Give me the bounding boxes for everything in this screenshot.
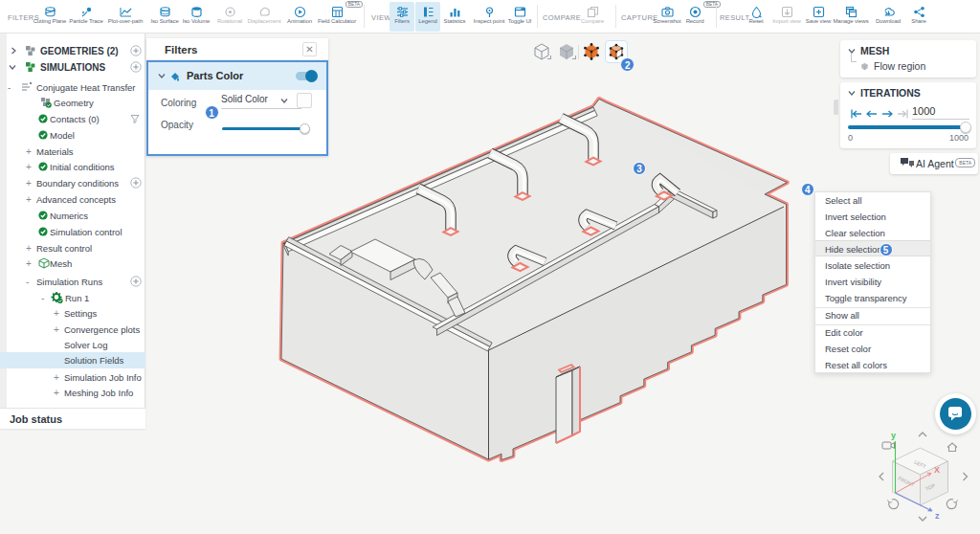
svg-text:X: X [934, 465, 940, 475]
svg-text:y: y [891, 431, 896, 440]
svg-text:z: z [935, 511, 940, 521]
